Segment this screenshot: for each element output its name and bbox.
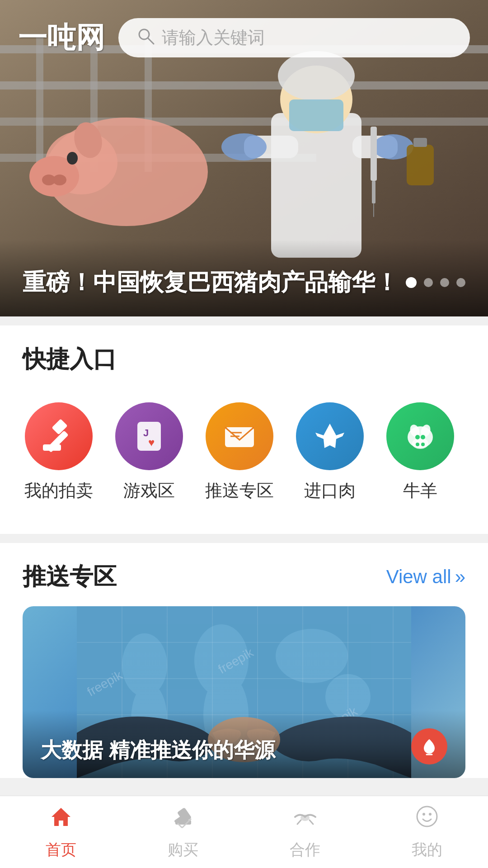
search-icon: [136, 27, 155, 49]
svg-rect-28: [413, 138, 427, 147]
search-bar[interactable]: 请输入关键词: [118, 18, 470, 57]
dot-3[interactable]: [440, 278, 449, 287]
quick-item-auction[interactable]: 我的拍卖: [14, 393, 104, 511]
quick-item-game-label: 游戏区: [123, 479, 175, 502]
svg-point-14: [67, 152, 78, 165]
svg-point-22: [221, 133, 267, 160]
svg-point-43: [421, 443, 425, 446]
bottom-navigation: 首页 购买 合作: [0, 796, 488, 868]
svg-point-79: [417, 807, 437, 826]
svg-rect-26: [373, 203, 374, 217]
quick-access-title: 快捷入口: [23, 344, 117, 375]
import-icon-circle: [296, 402, 364, 470]
nav-item-buy[interactable]: 购买: [122, 795, 244, 868]
cattle-icon-circle: [386, 402, 454, 470]
banner-dots: [406, 277, 465, 288]
search-placeholder: 请输入关键词: [162, 26, 265, 49]
push-section-header: 推送专区 View all »: [0, 543, 488, 602]
mine-icon: [415, 804, 440, 835]
nav-home-label: 首页: [46, 840, 76, 860]
nav-item-cooperate[interactable]: 合作: [244, 795, 366, 868]
dot-4[interactable]: [456, 278, 465, 287]
svg-line-30: [148, 38, 154, 44]
push-card[interactable]: freepik freepik freepik: [23, 606, 465, 778]
banner-title: 重磅！中国恢复巴西猪肉产品输华！: [23, 267, 399, 298]
svg-point-18: [278, 51, 355, 101]
quick-access-row: 我的拍卖 J ♥ 游戏区: [0, 384, 488, 534]
quick-item-cattle-label: 牛羊: [403, 479, 437, 502]
quick-item-push-label: 推送专区: [205, 479, 274, 502]
banner-section: 一吨网 请输入关键词 重磅！中国恢复巴西猪肉产品输华！: [0, 0, 488, 316]
svg-rect-71: [428, 750, 431, 754]
home-icon: [49, 804, 74, 835]
svg-point-41: [412, 438, 428, 449]
svg-point-80: [422, 813, 425, 816]
game-icon-circle: J ♥: [115, 402, 183, 470]
view-all-chevron: »: [455, 566, 465, 588]
svg-rect-25: [372, 181, 375, 203]
svg-rect-4: [0, 118, 488, 126]
svg-point-29: [139, 29, 149, 39]
nav-mine-label: 我的: [412, 840, 442, 860]
svg-point-42: [416, 443, 419, 446]
nav-item-home[interactable]: 首页: [0, 795, 122, 868]
push-section: 推送专区 View all »: [0, 543, 488, 778]
quick-item-push[interactable]: 推送专区: [194, 393, 285, 511]
quick-access-section: 快捷入口 我的拍卖: [0, 326, 488, 534]
push-section-title: 推送专区: [23, 561, 117, 593]
push-card-button[interactable]: [411, 728, 447, 764]
svg-rect-16: [271, 113, 361, 258]
quick-item-auction-label: 我的拍卖: [24, 479, 93, 502]
svg-point-13: [53, 175, 66, 185]
svg-point-78: [300, 815, 310, 821]
header-bar: 一吨网 请输入关键词: [0, 0, 488, 57]
push-card-title: 大数据 精准推送你的华源: [41, 736, 275, 764]
view-all-text: View all: [386, 566, 451, 588]
app-logo: 一吨网: [18, 18, 105, 57]
auction-icon-circle: [25, 402, 93, 470]
nav-buy-label: 购买: [168, 840, 198, 860]
nav-cooperate-label: 合作: [290, 840, 320, 860]
quick-item-game[interactable]: J ♥ 游戏区: [104, 393, 194, 511]
svg-rect-19: [289, 99, 343, 131]
nav-item-mine[interactable]: 我的: [366, 795, 488, 868]
cooperate-icon: [293, 804, 318, 835]
svg-point-46: [415, 435, 420, 439]
svg-text:♥: ♥: [148, 436, 155, 448]
svg-rect-24: [371, 127, 377, 181]
svg-rect-27: [407, 145, 434, 185]
dot-2[interactable]: [424, 278, 433, 287]
dot-1[interactable]: [406, 277, 417, 288]
quick-item-import-label: 进口肉: [304, 479, 356, 502]
svg-rect-33: [43, 444, 61, 451]
quick-access-header: 快捷入口: [0, 326, 488, 384]
banner-caption: 重磅！中国恢复巴西猪肉产品输华！: [0, 240, 488, 316]
svg-point-47: [421, 435, 425, 439]
buy-icon: [171, 804, 196, 835]
view-all-button[interactable]: View all »: [386, 566, 465, 588]
quick-item-cattle[interactable]: 牛羊: [375, 393, 465, 511]
svg-point-81: [429, 813, 432, 816]
push-card-overlay: 大数据 精准推送你的华源: [23, 710, 465, 778]
svg-rect-3: [0, 81, 488, 90]
push-icon-circle: [206, 402, 273, 470]
quick-item-import[interactable]: 进口肉: [285, 393, 375, 511]
